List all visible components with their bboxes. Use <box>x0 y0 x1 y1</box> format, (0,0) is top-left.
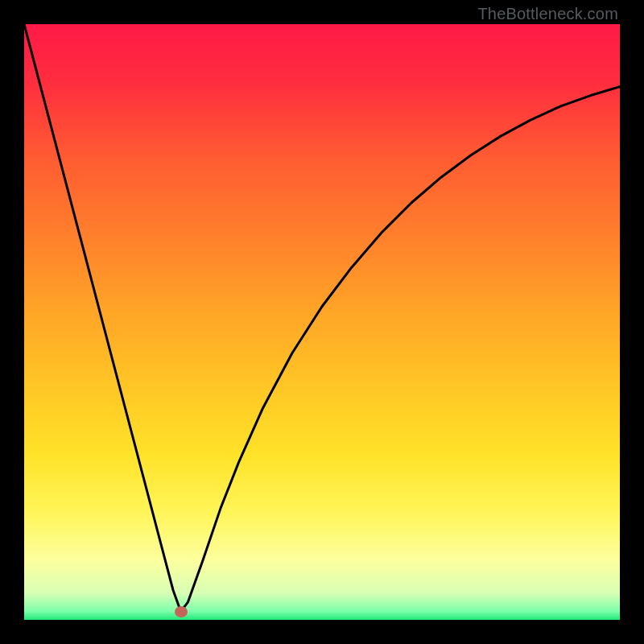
watermark-text: TheBottleneck.com <box>477 5 618 23</box>
bottleneck-curve <box>24 24 620 620</box>
optimal-point-marker <box>175 606 188 617</box>
curve-path <box>24 24 620 612</box>
chart-frame <box>24 24 620 620</box>
